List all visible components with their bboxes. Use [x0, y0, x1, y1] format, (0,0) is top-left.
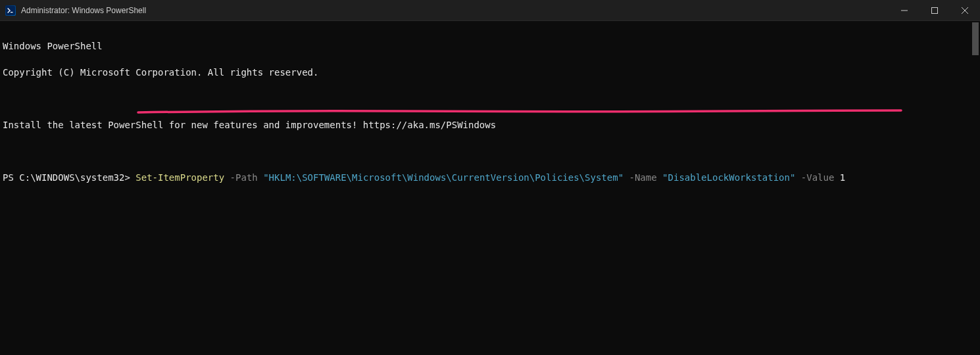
- terminal-blank-line: [3, 145, 977, 158]
- svg-rect-3: [932, 8, 938, 14]
- string-path: "HKLM:\SOFTWARE\Microsoft\Windows\Curren…: [263, 172, 624, 183]
- maximize-button[interactable]: [919, 0, 950, 21]
- param-path: -Path: [230, 172, 258, 183]
- window-title: Administrator: Windows PowerShell: [21, 6, 146, 15]
- titlebar-left: Administrator: Windows PowerShell: [5, 5, 146, 16]
- terminal-blank-line: [3, 92, 977, 105]
- terminal-line: Install the latest PowerShell for new fe…: [3, 118, 977, 131]
- vertical-scrollbar[interactable]: [971, 21, 980, 355]
- terminal-output[interactable]: Windows PowerShell Copyright (C) Microso…: [0, 21, 980, 202]
- powershell-icon: [5, 5, 16, 16]
- value-literal: 1: [840, 172, 845, 183]
- param-value: -Value: [801, 172, 835, 183]
- minimize-button[interactable]: [889, 0, 919, 21]
- titlebar: Administrator: Windows PowerShell: [0, 0, 980, 21]
- window-controls: [889, 0, 980, 20]
- terminal-line: Windows PowerShell: [3, 39, 977, 53]
- terminal-line: Copyright (C) Microsoft Corporation. All…: [3, 66, 977, 79]
- param-name: -Name: [629, 172, 657, 183]
- terminal-command-line: PS C:\WINDOWS\system32> Set-ItemProperty…: [3, 171, 977, 184]
- cmdlet-name: Set-ItemProperty: [135, 172, 224, 183]
- close-button[interactable]: [950, 0, 980, 21]
- scrollbar-thumb[interactable]: [972, 22, 979, 55]
- prompt: PS C:\WINDOWS\system32>: [3, 172, 135, 183]
- string-name: "DisableLockWorkstation": [662, 172, 795, 183]
